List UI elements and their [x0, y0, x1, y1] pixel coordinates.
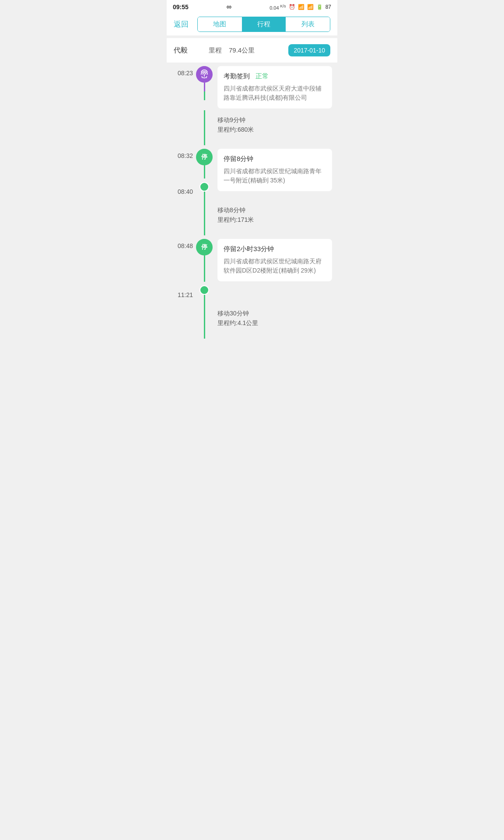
mileage-value: 79.4公里 — [229, 46, 255, 55]
checkin-status: 正常 — [256, 72, 269, 80]
seg-line-3 — [204, 304, 205, 339]
stop-title-1: 停留8分钟 — [224, 155, 326, 163]
status-speed: 0.04 K/s — [270, 4, 286, 10]
back-button[interactable]: 返回 — [174, 19, 197, 29]
seg-line-col-2 — [196, 200, 213, 235]
stop-node-small-2 — [200, 285, 209, 295]
move-info-3: 移动30分钟 里程约:4.1公里 — [217, 304, 332, 332]
move-info-2: 移动8分钟 里程约:171米 — [217, 200, 332, 228]
move-segment-3: 移动30分钟 里程约:4.1公里 — [167, 304, 337, 339]
stop-line-col-1: 停 — [196, 145, 213, 200]
move-segment-2: 移动8分钟 里程约:171米 — [167, 200, 337, 235]
timeline-container: 08:23 考勤签 — [167, 63, 337, 347]
stop-content-1: 停留8分钟 四川省成都市武侯区世纪城南路青年一号附近(精确到 35米) — [213, 145, 332, 200]
line-purple — [204, 83, 205, 91]
move-segment-1: 移动9分钟 里程约:680米 — [167, 110, 337, 145]
wifi-icon: 📶 — [298, 4, 304, 10]
header-info: 代毅 里程 79.4公里 2017-01-10 — [167, 38, 337, 63]
stop-line-bottom-1 — [204, 192, 205, 200]
status-bar: 09:55 ∞ 0.04 K/s ⏰ 📶 📶 🔋 87 — [167, 0, 337, 13]
nav-tabs: 地图 行程 列表 — [197, 17, 330, 32]
stop-time-end-1: 08:40 — [171, 188, 193, 200]
seg-line-1 — [204, 110, 205, 145]
move-distance-3: 里程约:4.1公里 — [217, 319, 332, 327]
nav-bar: 返回 地图 行程 列表 — [167, 13, 337, 35]
move-duration-2: 移动8分钟 — [217, 206, 332, 214]
stop-line-2 — [204, 256, 205, 282]
stop-card-2: 停留2小时33分钟 四川省成都市武侯区世纪城南路天府软件园D区D2楼附近(精确到… — [217, 239, 332, 281]
stop-time-col-1: 08:32 08:40 — [171, 145, 196, 200]
stop-card-1: 停留8分钟 四川省成都市武侯区世纪城南路青年一号附近(精确到 35米) — [217, 149, 332, 191]
checkin-content: 考勤签到 正常 四川省成都市武侯区天府大道中段辅路靠近腾讯科技(成都)有限公司 — [213, 63, 332, 110]
stop-time-start-1: 08:32 — [171, 145, 193, 159]
move-distance-2: 里程约:171米 — [217, 216, 332, 224]
stop-line-1 — [204, 165, 205, 178]
move-content-2: 移动8分钟 里程约:171米 — [213, 200, 332, 235]
stop-node-small-1 — [200, 182, 209, 192]
move-distance-1: 里程约:680米 — [217, 126, 332, 134]
checkin-node — [196, 66, 213, 83]
status-right: 0.04 K/s ⏰ 📶 📶 🔋 87 — [270, 4, 331, 10]
checkin-title: 考勤签到 正常 — [224, 72, 326, 80]
infinity-icon: ∞ — [227, 3, 231, 11]
stop-time-end-2: 11:21 — [171, 291, 193, 304]
signal-icon: 📶 — [307, 4, 314, 10]
timeline-checkin: 08:23 考勤签 — [167, 63, 337, 110]
checkin-address: 四川省成都市武侯区天府大道中段辅路靠近腾讯科技(成都)有限公司 — [224, 84, 326, 102]
stop-row-2: 08:48 11:21 停 停留2小时33分钟 四川省成都市武侯区世纪城南路天府… — [167, 235, 337, 304]
line-col-checkin — [196, 63, 213, 100]
driver-name: 代毅 — [174, 46, 188, 55]
tab-map[interactable]: 地图 — [198, 17, 242, 32]
stop-row-1: 08:32 08:40 停 停留8分钟 四川省成都市武侯区世纪城南路青年一号附近… — [167, 145, 337, 200]
seg-line-col-1 — [196, 110, 213, 145]
stop-time-col-2: 08:48 11:21 — [171, 235, 196, 304]
status-time: 09:55 — [173, 4, 189, 10]
tab-trip[interactable]: 行程 — [242, 17, 286, 32]
time-checkin: 08:23 — [171, 63, 196, 77]
seg-line-col-3 — [196, 304, 213, 339]
date-badge[interactable]: 2017-01-10 — [288, 44, 330, 56]
stop-content-2: 停留2小时33分钟 四川省成都市武侯区世纪城南路天府软件园D区D2楼附近(精确到… — [213, 235, 332, 304]
stop-node-2: 停 — [196, 239, 213, 256]
stop-line-bottom-2 — [204, 295, 205, 304]
battery-value: 87 — [326, 4, 331, 10]
stop-node-1: 停 — [196, 149, 213, 165]
mileage-label: 里程 — [209, 46, 222, 55]
move-duration-3: 移动30分钟 — [217, 310, 332, 318]
move-duration-1: 移动9分钟 — [217, 116, 332, 124]
clock-icon: ⏰ — [289, 4, 295, 10]
move-content-3: 移动30分钟 里程约:4.1公里 — [213, 304, 332, 339]
battery-icon: 🔋 — [316, 4, 323, 10]
move-info-1: 移动9分钟 里程约:680米 — [217, 110, 332, 138]
move-content-1: 移动9分钟 里程约:680米 — [213, 110, 332, 145]
checkin-card: 考勤签到 正常 四川省成都市武侯区天府大道中段辅路靠近腾讯科技(成都)有限公司 — [217, 66, 332, 108]
seg-line-2 — [204, 200, 205, 235]
stop-line-col-2: 停 — [196, 235, 213, 304]
line-green-1 — [204, 91, 205, 100]
stop-address-1: 四川省成都市武侯区世纪城南路青年一号附近(精确到 35米) — [224, 167, 326, 185]
stop-title-2: 停留2小时33分钟 — [224, 245, 326, 253]
stop-address-2: 四川省成都市武侯区世纪城南路天府软件园D区D2楼附近(精确到 29米) — [224, 257, 326, 275]
stop-time-start-2: 08:48 — [171, 235, 193, 249]
tab-list[interactable]: 列表 — [286, 17, 330, 32]
